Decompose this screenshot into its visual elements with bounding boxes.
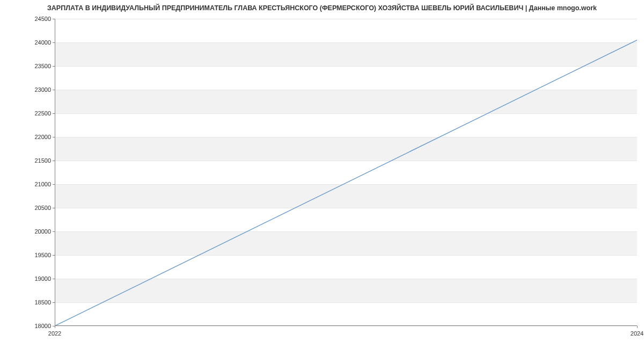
y-tick-label: 21500 bbox=[34, 157, 51, 164]
grid-line bbox=[55, 42, 637, 43]
y-tick-mark bbox=[53, 42, 55, 43]
x-tick-mark bbox=[637, 326, 638, 328]
y-tick-label: 23500 bbox=[34, 63, 51, 69]
grid-line bbox=[55, 66, 637, 67]
y-tick-mark bbox=[53, 302, 55, 303]
grid-line bbox=[55, 208, 637, 208]
grid-line bbox=[55, 113, 637, 114]
grid-line bbox=[55, 137, 637, 137]
y-tick-label: 22500 bbox=[34, 110, 51, 117]
y-tick-label: 18500 bbox=[34, 299, 51, 306]
y-axis-line bbox=[55, 19, 55, 326]
chart-title: ЗАРПЛАТА В ИНДИВИДУАЛЬНЫЙ ПРЕДПРИНИМАТЕЛ… bbox=[47, 4, 597, 12]
y-tick-label: 23000 bbox=[34, 86, 51, 93]
x-tick-mark bbox=[55, 326, 55, 328]
grid-band bbox=[55, 90, 637, 113]
y-tick-mark bbox=[53, 255, 55, 256]
grid-band bbox=[55, 279, 637, 302]
y-tick-label: 21000 bbox=[34, 181, 51, 187]
grid-line bbox=[55, 231, 637, 232]
y-tick-label: 24000 bbox=[34, 39, 51, 46]
y-tick-mark bbox=[53, 90, 55, 90]
y-tick-mark bbox=[53, 66, 55, 67]
x-tick-label: 2022 bbox=[48, 330, 61, 337]
y-tick-mark bbox=[53, 137, 55, 137]
y-tick-mark bbox=[53, 184, 55, 185]
x-axis-line bbox=[55, 325, 637, 326]
y-tick-label: 19000 bbox=[34, 275, 51, 282]
y-tick-label: 20500 bbox=[34, 205, 51, 211]
grid-line bbox=[55, 184, 637, 185]
y-tick-mark bbox=[53, 208, 55, 208]
grid-band bbox=[55, 184, 637, 208]
y-tick-label: 19500 bbox=[34, 252, 51, 258]
grid-line bbox=[55, 255, 637, 256]
grid-line bbox=[55, 19, 637, 19]
plot-area bbox=[55, 19, 637, 326]
y-tick-mark bbox=[53, 279, 55, 279]
grid-band bbox=[55, 42, 637, 66]
y-tick-label: 20000 bbox=[34, 228, 51, 235]
y-tick-mark bbox=[53, 113, 55, 114]
grid-line bbox=[55, 302, 637, 303]
y-tick-mark bbox=[53, 19, 55, 19]
y-tick-label: 24500 bbox=[34, 16, 51, 22]
y-tick-mark bbox=[53, 161, 55, 161]
y-tick-mark bbox=[53, 231, 55, 232]
grid-line bbox=[55, 90, 637, 90]
grid-band bbox=[55, 231, 637, 255]
grid-line bbox=[55, 326, 637, 326]
grid-band bbox=[55, 137, 637, 161]
y-tick-label: 18000 bbox=[34, 323, 51, 329]
x-tick-label: 2024 bbox=[631, 330, 643, 337]
grid-line bbox=[55, 161, 637, 161]
grid-line bbox=[55, 279, 637, 279]
y-tick-label: 22000 bbox=[34, 134, 51, 140]
